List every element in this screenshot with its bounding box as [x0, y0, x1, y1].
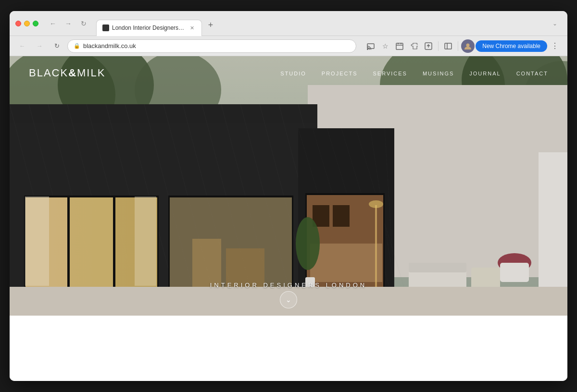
toolbar-icons: ☆ New Chrome available ⋮: [364, 39, 562, 53]
maximize-button[interactable]: [33, 21, 38, 26]
svg-rect-83: [10, 56, 567, 316]
share-icon[interactable]: [422, 39, 435, 53]
hero-text-overlay: INTERIOR DESIGNERS LONDON: [210, 281, 367, 289]
bookmark-icon[interactable]: ☆: [378, 39, 392, 53]
cast-icon[interactable]: [364, 39, 377, 53]
calendar-icon[interactable]: [393, 39, 406, 53]
chrome-update-button[interactable]: New Chrome available: [476, 40, 547, 52]
nav-studio[interactable]: STUDIO: [280, 71, 306, 76]
browser-window: ← → ↻ London Interior Designers | T... ✕…: [10, 11, 567, 381]
tab-close-button[interactable]: ✕: [188, 24, 196, 32]
address-input[interactable]: 🔒 blackandmilk.co.uk: [67, 39, 356, 53]
addr-back-button[interactable]: ←: [15, 39, 29, 53]
toolbar-divider-2: [458, 41, 458, 51]
minimize-button[interactable]: [24, 21, 30, 26]
new-tab-button[interactable]: +: [204, 19, 217, 32]
extension-icon[interactable]: [407, 39, 421, 53]
back-button[interactable]: ←: [46, 17, 60, 30]
tab-favicon: [102, 24, 109, 31]
reload-button[interactable]: ↻: [77, 17, 90, 30]
close-button[interactable]: [15, 21, 21, 26]
svg-rect-7: [445, 43, 452, 49]
tab-title: London Interior Designers | T...: [112, 24, 185, 31]
hero-image: [10, 56, 567, 316]
nav-contact[interactable]: CONTACT: [516, 71, 548, 76]
nav-journal[interactable]: JOURNAL: [469, 71, 501, 76]
website-content: BLACK&MILK STUDIO PROJECTS SERVICES MUSI…: [10, 56, 567, 381]
forward-button[interactable]: →: [62, 17, 75, 30]
nav-buttons: ← → ↻: [46, 17, 90, 30]
svg-point-1: [367, 49, 368, 50]
svg-rect-2: [396, 43, 403, 49]
url-text: blackandmilk.co.uk: [83, 42, 350, 49]
nav-services[interactable]: SERVICES: [373, 71, 407, 76]
browser-expand-button[interactable]: ⌄: [548, 17, 562, 30]
more-options-button[interactable]: ⋮: [548, 39, 562, 53]
site-logo[interactable]: BLACK&MILK: [29, 67, 105, 79]
active-tab[interactable]: London Interior Designers | T... ✕: [96, 20, 202, 36]
nav-projects[interactable]: PROJECTS: [322, 71, 358, 76]
addr-forward-button[interactable]: →: [33, 39, 46, 53]
traffic-lights: [15, 21, 38, 26]
tab-bar: London Interior Designers | T... ✕ +: [96, 11, 544, 36]
site-nav: BLACK&MILK STUDIO PROJECTS SERVICES MUSI…: [10, 56, 567, 90]
site-nav-links: STUDIO PROJECTS SERVICES MUSINGS JOURNAL…: [280, 69, 548, 77]
addr-reload-button[interactable]: ↻: [50, 39, 63, 53]
hero-section: INTERIOR DESIGNERS LONDON ⌄: [10, 56, 567, 316]
svg-point-9: [466, 43, 470, 47]
hero-tagline: INTERIOR DESIGNERS LONDON: [210, 282, 367, 289]
title-bar: ← → ↻ London Interior Designers | T... ✕…: [10, 11, 567, 36]
address-bar: ← → ↻ 🔒 blackandmilk.co.uk ☆: [10, 36, 567, 56]
nav-musings[interactable]: MUSINGS: [423, 71, 454, 76]
toolbar-divider: [438, 41, 439, 51]
lock-icon: 🔒: [74, 43, 80, 49]
sidebar-icon[interactable]: [441, 39, 455, 53]
scroll-down-button[interactable]: ⌄: [280, 291, 297, 308]
below-hero-section: [10, 316, 567, 364]
profile-button[interactable]: [461, 39, 475, 53]
